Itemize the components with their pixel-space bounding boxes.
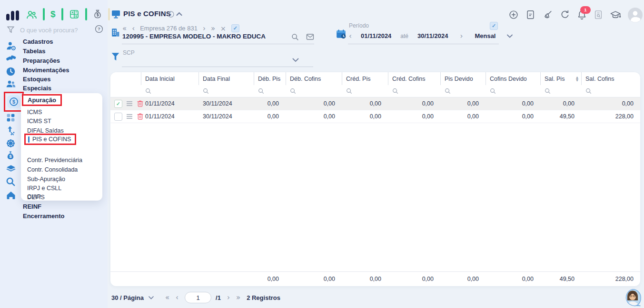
column-search[interactable]: [286, 85, 342, 97]
column-header[interactable]: Data Inicial: [141, 72, 198, 85]
dollar-icon[interactable]: $: [50, 10, 56, 19]
column-header[interactable]: Déb. Pis: [254, 72, 286, 85]
company-search-icon[interactable]: [291, 33, 299, 41]
wheel-icon[interactable]: [6, 138, 16, 148]
first-company-button[interactable]: «: [122, 25, 127, 32]
sort-icon[interactable]: ▲▼: [576, 76, 578, 82]
column-search[interactable]: [581, 85, 640, 97]
notification-badge: 1: [580, 6, 591, 14]
document-icon[interactable]: [525, 10, 535, 20]
submenu-item-contr-previdenciaria[interactable]: Contr. Previdenciária: [27, 157, 82, 164]
column-search[interactable]: [540, 85, 581, 97]
submenu-item-pis-cofins[interactable]: PIS e COFINS: [24, 134, 76, 145]
company-underline: [122, 44, 314, 44]
scp-dropdown-chevron-icon[interactable]: [292, 58, 299, 63]
column-header[interactable]: Sal. Cofins: [581, 72, 640, 85]
column-header[interactable]: Cofins Devido: [485, 72, 540, 85]
sidebar-item-movimentacoes[interactable]: Movimentações: [23, 67, 69, 74]
sidebar-item-encerramento[interactable]: Encerramento: [23, 212, 64, 220]
help-icon[interactable]: ?: [95, 25, 103, 33]
growth-icon[interactable]: [6, 125, 15, 135]
column-search[interactable]: [388, 85, 440, 97]
close-icon[interactable]: ×: [220, 25, 226, 32]
add-circle-icon[interactable]: [508, 10, 519, 20]
column-search[interactable]: [141, 85, 198, 97]
sidebar-item-reinf[interactable]: REINF: [23, 203, 41, 210]
column-header[interactable]: Data Final: [198, 72, 254, 85]
column-header[interactable]: Sal. Pis▲▼: [540, 72, 581, 85]
drag-handle-icon[interactable]: [126, 114, 133, 119]
sidebar-item-tabelas[interactable]: Tabelas: [23, 48, 45, 55]
support-chat-avatar[interactable]: [624, 289, 642, 307]
refresh-icon[interactable]: [560, 10, 570, 20]
submenu-item-defis[interactable]: DEFIS: [27, 194, 45, 201]
period-end-date[interactable]: 30/11/2024: [417, 32, 448, 39]
period-start-date[interactable]: 01/11/2024: [361, 32, 391, 39]
money-bag-icon[interactable]: [93, 9, 102, 19]
home-icon[interactable]: [6, 190, 16, 200]
period-mode-select[interactable]: Mensal: [475, 32, 495, 39]
calculator-blocks-icon[interactable]: [6, 113, 16, 123]
collapse-chevron-up-icon[interactable]: [176, 11, 183, 17]
bell-icon[interactable]: 1: [577, 10, 587, 20]
submenu-item-sub-apuracao[interactable]: Sub-Apuração: [27, 176, 65, 183]
cell-pis-devido: 0,00: [440, 110, 485, 123]
last-page-button[interactable]: »: [236, 294, 240, 301]
sidebar-search[interactable]: O que você procura?: [7, 25, 102, 35]
next-page-button[interactable]: ›: [227, 294, 230, 301]
column-header[interactable]: Déb. Cofins: [286, 72, 342, 85]
prev-page-button[interactable]: ‹: [176, 294, 178, 301]
drag-handle-icon[interactable]: [126, 101, 133, 106]
column-search[interactable]: [198, 85, 254, 97]
submenu-item-icms[interactable]: ICMS: [27, 109, 42, 116]
calculator-icon[interactable]: [69, 9, 79, 19]
column-header[interactable]: Pis Devido: [440, 72, 485, 85]
row-checkbox[interactable]: [114, 100, 122, 108]
last-company-button[interactable]: »: [211, 25, 215, 32]
person-gear-icon[interactable]: [6, 40, 16, 51]
column-search[interactable]: [342, 85, 388, 97]
column-search[interactable]: [440, 85, 485, 97]
search-icon[interactable]: [6, 177, 16, 187]
submenu-title-apuracao[interactable]: Apuração: [22, 94, 62, 106]
period-checkbox[interactable]: [490, 22, 498, 30]
contacts-icon[interactable]: [26, 9, 37, 19]
submenu-item-icms-st[interactable]: ICMS ST: [27, 118, 51, 125]
column-header[interactable]: Créd. Pis: [342, 72, 388, 85]
money-bag-icon[interactable]: $: [6, 151, 15, 161]
submenu-item-irpj-csll[interactable]: IRPJ e CSLL: [27, 185, 61, 192]
chevron-down-icon[interactable]: [506, 34, 513, 38]
mail-icon[interactable]: [306, 33, 314, 41]
user-avatar[interactable]: [628, 8, 643, 22]
dollar-coin-icon[interactable]: $: [7, 95, 20, 108]
people-icon[interactable]: [6, 79, 16, 88]
column-search[interactable]: [485, 85, 540, 97]
document-search-icon[interactable]: [594, 10, 603, 20]
next-company-button[interactable]: ›: [203, 25, 206, 32]
submenu-item-difal[interactable]: DIFAL Saídas: [27, 127, 64, 134]
sidebar-item-preparacoes[interactable]: Preparações: [23, 57, 60, 64]
graduation-cap-icon[interactable]: [610, 10, 621, 20]
sidebar-item-estoques[interactable]: Estoques: [23, 76, 51, 83]
row-checkbox[interactable]: [114, 113, 122, 121]
column-search[interactable]: [254, 85, 286, 97]
cell-data-inicial: 01/11/2024: [141, 110, 198, 123]
company-filter-checkbox[interactable]: [231, 24, 239, 32]
info-icon[interactable]: [168, 11, 174, 18]
next-period-button[interactable]: ›: [460, 33, 463, 39]
broom-icon[interactable]: [542, 10, 553, 20]
current-page-input[interactable]: 1: [185, 292, 211, 303]
sidebar-item-especiais[interactable]: Especiais: [23, 85, 51, 92]
company-name: 120995 - EMPRESA MODELO - MAKRO EDUCA: [122, 33, 266, 40]
page-size-select[interactable]: 30 / Página: [111, 294, 144, 301]
clock-icon[interactable]: [6, 67, 16, 77]
prev-company-button[interactable]: ‹: [132, 25, 135, 32]
page-size-chevron-icon[interactable]: [148, 296, 154, 300]
first-page-button[interactable]: «: [165, 294, 169, 301]
column-header[interactable]: Créd. Cofins: [388, 72, 440, 85]
prev-period-button[interactable]: ‹: [349, 33, 352, 39]
layers-icon[interactable]: [6, 164, 16, 173]
submenu-item-contr-consolidada[interactable]: Contr. Consolidada: [27, 166, 78, 173]
sidebar-item-cadastros[interactable]: Cadastros: [23, 38, 53, 45]
handshake-icon[interactable]: [6, 54, 17, 62]
